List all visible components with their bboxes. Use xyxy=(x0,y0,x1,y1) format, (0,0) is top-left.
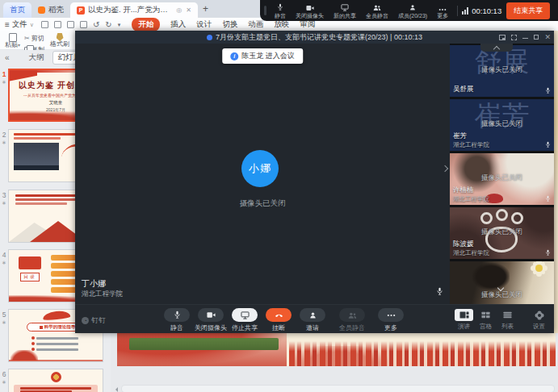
redo-icon[interactable]: ↻ xyxy=(105,21,111,29)
list-layout-icon xyxy=(498,309,517,321)
slide2-text-art xyxy=(14,137,61,140)
undo-icon[interactable]: ↺ xyxy=(93,21,99,29)
mute-all-button[interactable]: 全员静音 xyxy=(329,308,375,332)
cut-button[interactable]: ✂ 剪切 xyxy=(24,34,44,43)
brand-label: 钉钉 xyxy=(91,315,106,326)
ribbon-tab-home[interactable]: 开始 xyxy=(132,18,160,31)
slide4-toc-label: 目录 xyxy=(20,273,40,281)
ppt-file-icon: P xyxy=(77,6,85,15)
tab-docer[interactable]: 稻壳 xyxy=(31,2,70,18)
slide5-bullet-art xyxy=(36,348,78,351)
meeting-title: 7月份支部主题党日、支部书记讲党史专题党课(20/23) | 00:10:13 xyxy=(216,32,422,43)
float-more-button[interactable]: 更多 xyxy=(432,3,453,19)
hang-up-button[interactable]: 挂断 xyxy=(262,308,296,332)
ribbon-tab-design[interactable]: 设计 xyxy=(196,19,212,30)
float-mute-all-button[interactable]: 全员静音 xyxy=(361,3,393,19)
close-icon[interactable]: ✕ xyxy=(544,34,551,41)
speaker-view-button[interactable]: 演讲 xyxy=(453,309,475,331)
slide-4-number: 4 xyxy=(1,251,7,259)
strip-collapse-button[interactable] xyxy=(480,44,513,52)
end-share-button[interactable]: 结束共享 xyxy=(506,2,550,19)
list-view-button[interactable]: 列表 xyxy=(497,309,518,331)
mute-button[interactable]: 静音 xyxy=(160,308,194,332)
meeting-toolbar: ◔ 钉钉 静音 关闭摄像头 停止共享 挂断 xyxy=(75,304,554,333)
slide5-header-label: 科学的理论指导 xyxy=(44,324,76,330)
mute-label: 静音 xyxy=(170,323,183,332)
ribbon-tab-insert[interactable]: 插入 xyxy=(170,19,186,30)
slide-thumbnail-6[interactable] xyxy=(8,369,103,392)
paste-button[interactable]: 粘贴▾ xyxy=(5,33,20,48)
stop-share-button[interactable]: 停止共享 xyxy=(228,308,262,332)
slide-3-number: 3 xyxy=(1,191,7,199)
slide-6-animation-icon: ∗ xyxy=(1,379,7,386)
slide-grass-art xyxy=(129,338,279,350)
paw-art xyxy=(496,209,508,221)
tab-home[interactable]: 首页 xyxy=(3,2,31,18)
grid-layout-icon xyxy=(476,309,495,321)
toolbar-more-icon[interactable]: ▾ xyxy=(118,22,121,27)
divider xyxy=(457,6,458,16)
outline-tab[interactable]: 大纲 xyxy=(29,52,44,63)
float-new-share-label: 新的共享 xyxy=(334,13,356,19)
float-new-share-button[interactable]: 新的共享 xyxy=(329,3,361,19)
ribbon-tab-animation[interactable]: 动画 xyxy=(248,19,263,30)
view-layout-bar: 演讲 宫格 列表 设置 xyxy=(453,309,550,331)
more-button[interactable]: 更多 xyxy=(375,308,407,332)
participant-name: 陈波媛 xyxy=(453,240,474,249)
save-icon[interactable] xyxy=(41,21,48,28)
maximize-icon[interactable] xyxy=(534,35,539,40)
gear-icon xyxy=(530,309,548,321)
tile-camera-off-text: 摄像头已关闭 xyxy=(450,227,554,237)
pip-icon[interactable] xyxy=(499,35,506,40)
slide6-text-art xyxy=(20,387,91,390)
float-camera-button[interactable]: 关闭摄像头 xyxy=(291,3,329,19)
panel-collapse-button[interactable]: « xyxy=(5,53,10,62)
tab-document[interactable]: P 以史为鉴. 开...产党为什么能 ◎ ✕ xyxy=(70,2,198,18)
float-members-button[interactable]: 成员(20/23) xyxy=(393,3,432,19)
people-icon xyxy=(339,308,365,322)
drag-handle[interactable] xyxy=(264,6,266,15)
current-slide-bottom-art xyxy=(117,333,556,366)
float-mute-button[interactable]: 静音 xyxy=(270,3,291,19)
participant-tile[interactable]: 摄像头已关闭 陈波媛 湖北工程学院 xyxy=(450,207,554,259)
preview-icon[interactable] xyxy=(80,21,87,28)
participant-tile[interactable]: 崔芳 摄像头已关闭 崔芳 湖北工程学院 xyxy=(450,99,554,151)
print-icon[interactable] xyxy=(67,21,74,28)
gallery-view-button[interactable]: 宫格 xyxy=(475,309,497,331)
camera-off-text: 摄像头已关闭 xyxy=(75,198,450,209)
participant-tile[interactable]: 舒展 摄像头已关闭 吴舒展 xyxy=(450,45,554,97)
ribbon-tab-transition[interactable]: 切换 xyxy=(222,19,237,30)
brand-logo-icon: ◔ xyxy=(82,317,89,324)
speaker-avatar: 小娜 xyxy=(241,150,279,187)
slide-2-animation-icon: ∗ xyxy=(1,140,7,146)
camera-button[interactable]: 关闭摄像头 xyxy=(194,308,228,332)
meeting-title-bar[interactable]: 7月份支部主题党日、支部书记讲党史专题党课(20/23) | 00:10:13 … xyxy=(75,31,554,44)
screen-share-icon xyxy=(232,308,258,322)
notes-collapse-icon[interactable] xyxy=(113,387,118,392)
slide-2-number: 2 xyxy=(1,131,7,139)
floating-meeting-toolbar: 静音 关闭摄像头 新的共享 全员静音 成员(20/23) 更多 00:10:13… xyxy=(260,0,558,21)
meeting-timer: 00:10:13 xyxy=(472,6,501,15)
settings-button[interactable]: 设置 xyxy=(528,309,550,331)
more-dots-icon xyxy=(378,308,404,322)
tab-close-icon[interactable]: ✕ xyxy=(186,6,191,14)
export-icon[interactable] xyxy=(54,21,61,28)
window-controls: ✕ xyxy=(499,31,551,44)
canvas-right-sliver xyxy=(554,31,558,333)
format-painter-button[interactable]: 格式刷 xyxy=(50,33,69,48)
participant-tile[interactable]: 摄像头已关闭 xyxy=(450,261,554,304)
participant-tile[interactable]: 摄像头已关闭 许楠楠 湖北工程学院 xyxy=(450,153,554,205)
join-toast-text: 陈玉龙 进入会议 xyxy=(241,51,295,61)
fullscreen-icon[interactable] xyxy=(511,35,517,40)
tab-status-icon: ◎ xyxy=(176,6,182,14)
new-tab-button[interactable]: + xyxy=(198,3,213,15)
signal-bars-icon xyxy=(462,7,468,15)
minimize-icon[interactable] xyxy=(522,38,528,39)
invite-button[interactable]: 邀请 xyxy=(296,308,329,332)
file-menu[interactable]: ≡ 文件 ∨ xyxy=(5,19,34,30)
notes-bar[interactable] xyxy=(121,385,555,392)
slide5-bullet-art xyxy=(36,343,78,345)
expand-chevron-icon[interactable] xyxy=(442,165,448,172)
more-dots-icon xyxy=(438,3,447,11)
cut-label: 剪切 xyxy=(31,34,44,43)
